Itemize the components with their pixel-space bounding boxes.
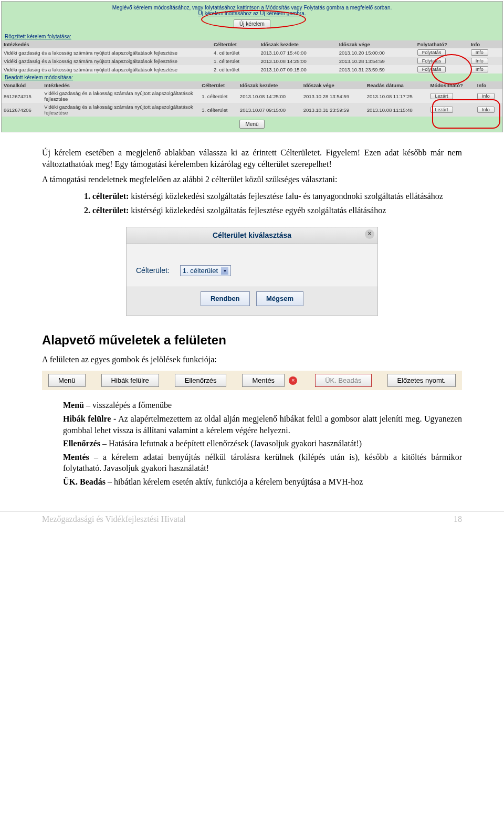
- page-footer: Mezőgazdasági és Vidékfejlesztési Hivata…: [0, 511, 504, 529]
- cell: Vidéki gazdaság és a lakosság számára ny…: [2, 48, 212, 57]
- info-button[interactable]: Info: [471, 49, 488, 56]
- cancel-button[interactable]: Mégsem: [256, 291, 303, 306]
- modify-table: Vonalkód Intézkedés Célterület Időszak k…: [2, 81, 502, 117]
- section-title-continue: Rögzített kérelem folytatása:: [2, 33, 502, 40]
- def-hibak-term: Hibák felülre -: [63, 414, 116, 423]
- cell: 2013.10.07 09:15:00: [238, 103, 301, 117]
- col-beadas: Beadás dátuma: [365, 81, 428, 89]
- col-vege: Időszak vége: [301, 81, 365, 89]
- def-uk-term: ÜK. Beadás: [63, 477, 106, 486]
- footer-org: Mezőgazdasági és Vidékfejlesztési Hivata…: [42, 515, 186, 524]
- footer-page-number: 18: [454, 515, 462, 524]
- continue-button[interactable]: Folytatás: [417, 49, 446, 56]
- menu-button[interactable]: Menü: [48, 374, 86, 387]
- section-title-modify: Beadott kérelem módosítása:: [2, 74, 502, 81]
- definitions: Menü – visszalépés a főmenübe Hibák felü…: [63, 400, 462, 487]
- cell: 2013.10.28 13:54:59: [337, 57, 415, 65]
- modal-title: Célterület kiválasztása: [213, 231, 291, 239]
- locked-button: Lezárt: [430, 93, 453, 99]
- continue-button[interactable]: Folytatás: [417, 58, 446, 64]
- cell: 4. célterület: [212, 48, 259, 57]
- cell: 3. célterület: [200, 103, 238, 117]
- ca2-label: 2. célterület:: [84, 206, 129, 215]
- info-button[interactable]: Info: [477, 107, 495, 113]
- error-x-icon: ×: [289, 376, 297, 385]
- ca2-text: kistérségi közlekedési szolgáltatás fejl…: [131, 206, 386, 215]
- operations-intro: A felületen az egyes gombok és jelölések…: [42, 354, 462, 365]
- save-button[interactable]: Mentés: [242, 374, 285, 387]
- continue-table: Intézkedés Célterület Időszak kezdete Id…: [2, 40, 502, 74]
- continue-button[interactable]: Folytatás: [417, 66, 446, 72]
- modal-field-label: Célterület:: [136, 266, 170, 276]
- new-request-row: Új kérelem: [2, 17, 502, 33]
- cell: 2013.10.07 09:15:00: [259, 65, 337, 74]
- col-folytathato: Folytatható?: [415, 40, 469, 48]
- modal-screenshot: Célterület kiválasztása × Célterület: 1.…: [126, 227, 378, 316]
- cell: 1. célterület: [200, 89, 238, 103]
- cell: 2013.10.20 15:00:00: [337, 48, 415, 57]
- cell: 2013.10.08 14:25:00: [259, 57, 337, 65]
- check-button[interactable]: Ellenőrzés: [175, 374, 227, 387]
- cell: Vidéki gazdaság és a lakosság számára ny…: [42, 89, 200, 103]
- col-intezkedes: Intézkedés: [2, 40, 212, 48]
- menu-button[interactable]: Menü: [239, 120, 264, 129]
- table-row: 8612674206 Vidéki gazdaság és a lakosság…: [2, 103, 502, 117]
- def-menu-term: Menü: [63, 401, 84, 410]
- cell: 8612674206: [2, 103, 42, 117]
- errors-top-button[interactable]: Hibák felülre: [101, 374, 159, 387]
- modal-header: Célterület kiválasztása ×: [127, 227, 377, 244]
- col-kezdet: Időszak kezdete: [238, 81, 301, 89]
- cell: Vidéki gazdaság és a lakosság számára ny…: [2, 65, 212, 74]
- info-button[interactable]: Info: [471, 66, 488, 72]
- new-request-button[interactable]: Új kérelem: [234, 19, 270, 28]
- preview-print-button[interactable]: Előzetes nyomt.: [387, 374, 456, 387]
- def-ellen-term: Ellenőrzés: [63, 439, 100, 448]
- col-celterulet: Célterület: [200, 81, 238, 89]
- target-area-list: 1. célterület: kistérségi közlekedési sz…: [84, 191, 462, 216]
- locked-button: Lezárt: [430, 107, 453, 113]
- def-mentes-term: Mentés: [63, 453, 89, 462]
- col-modosithato: Módosítható?: [428, 81, 475, 89]
- ca1-label: 1. célterület:: [84, 192, 129, 201]
- cell: Vidéki gazdaság és a lakosság számára ny…: [2, 57, 212, 65]
- top-instructions: Meglévő kérelem módosításához, vagy foly…: [2, 2, 502, 17]
- col-celterulet: Célterület: [212, 40, 259, 48]
- paragraph-1: Új kérelem esetében a megjelenő ablakban…: [42, 147, 462, 170]
- chevron-down-icon: ▾: [221, 267, 228, 275]
- submit-button[interactable]: ÜK. Beadás: [315, 374, 371, 387]
- cell: 2013.10.08 14:25:00: [238, 89, 301, 103]
- table-row: 8612674215 Vidéki gazdaság és a lakosság…: [2, 89, 502, 103]
- cell: 2013.10.28 13:54:59: [301, 89, 365, 103]
- section-heading-operations: Alapvető műveletek a felületen: [42, 332, 462, 349]
- col-info: Info: [475, 81, 502, 89]
- def-ellen-text: – Hatására lefutnak a beépített ellenőrz…: [100, 439, 362, 448]
- app-screenshot-top: Meglévő kérelem módosításához, vagy foly…: [1, 1, 503, 132]
- def-menu-text: – visszalépés a főmenübe: [84, 401, 172, 410]
- col-intezkedes: Intézkedés: [42, 81, 200, 89]
- col-kezdet: Időszak kezdete: [259, 40, 337, 48]
- instr-line-2: Új kérelem indításához az Új kérelem gom…: [2, 11, 502, 16]
- select-value: 1. célterület: [183, 266, 218, 276]
- target-area-select[interactable]: 1. célterület ▾: [180, 265, 231, 277]
- table-row: Vidéki gazdaság és a lakosság számára ny…: [2, 57, 502, 65]
- cell: 2013.10.08 11:17:25: [365, 89, 428, 103]
- col-info: Info: [469, 40, 502, 48]
- cell: 2013.10.31 23:59:59: [337, 65, 415, 74]
- col-vonalkod: Vonalkód: [2, 81, 42, 89]
- info-button[interactable]: Info: [471, 58, 488, 64]
- paragraph-2: A támogatási rendeletnek megfelelően az …: [42, 174, 462, 185]
- cell: 2013.10.08 11:15:48: [365, 103, 428, 117]
- cell: 8612674215: [2, 89, 42, 103]
- cell: 1. célterület: [212, 57, 259, 65]
- info-button[interactable]: Info: [477, 93, 495, 99]
- close-icon[interactable]: ×: [365, 229, 374, 239]
- cell: Vidéki gazdaság és a lakosság számára ny…: [42, 103, 200, 117]
- def-uk-text: – hibátlan kérelem esetén aktív, funkció…: [106, 477, 363, 486]
- instr-line-1: Meglévő kérelem módosításához, vagy foly…: [2, 5, 502, 11]
- table-row: Vidéki gazdaság és a lakosság számára ny…: [2, 48, 502, 57]
- ok-button[interactable]: Rendben: [201, 291, 250, 306]
- def-mentes-text: – a kérelem adatai benyújtás nélkül táro…: [63, 453, 462, 473]
- cell: 2013.10.31 23:59:59: [301, 103, 365, 117]
- toolbar-screenshot: Menü Hibák felülre Ellenőrzés Mentés × Ü…: [42, 371, 462, 391]
- cell: 2013.10.07 15:40:00: [259, 48, 337, 57]
